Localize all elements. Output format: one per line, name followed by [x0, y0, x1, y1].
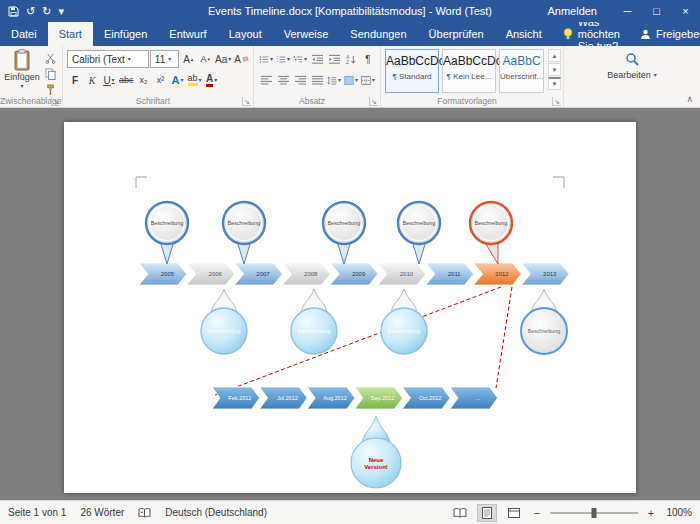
- highlight-button[interactable]: ab▾: [187, 72, 203, 89]
- page-indicator[interactable]: Seite 1 von 1: [8, 507, 66, 518]
- read-mode-button[interactable]: [450, 504, 470, 522]
- drop-marker[interactable]: Beschreibung: [381, 289, 427, 354]
- style-card-no-spacing[interactable]: AaBbCcDc ¶ Kein Lee...: [442, 49, 496, 93]
- save-icon[interactable]: [8, 6, 19, 17]
- bullets-button[interactable]: ▾: [258, 51, 274, 68]
- format-painter-button[interactable]: [42, 83, 58, 97]
- font-name-select[interactable]: Calibri (Text ▾: [67, 50, 149, 68]
- timeline-year-2011[interactable]: 2011: [426, 263, 474, 285]
- font-color-button[interactable]: A▾: [204, 72, 220, 89]
- grow-font-button[interactable]: A▴: [180, 51, 196, 68]
- timeline-year-2013[interactable]: 2013: [521, 263, 569, 285]
- styles-scroll-down-button[interactable]: ▾: [548, 63, 561, 76]
- strikethrough-button[interactable]: abc: [118, 72, 135, 89]
- balloon-marker[interactable]: Beschreibung: [398, 202, 440, 264]
- text-effects-button[interactable]: A▾: [170, 72, 186, 89]
- line-spacing-button[interactable]: ▾: [326, 72, 342, 89]
- minimize-button[interactable]: ─: [613, 0, 642, 22]
- timeline-year-2009[interactable]: 2009: [330, 263, 378, 285]
- balloon-marker[interactable]: Beschreibung: [323, 202, 365, 264]
- shading-button[interactable]: ▾: [343, 72, 359, 89]
- justify-button[interactable]: [309, 72, 325, 89]
- zoom-level[interactable]: 100%: [664, 507, 692, 518]
- zoom-out-button[interactable]: −: [531, 507, 543, 519]
- align-right-button[interactable]: [292, 72, 308, 89]
- sign-in-link[interactable]: Anmelden: [547, 5, 597, 17]
- copy-button[interactable]: [42, 67, 58, 81]
- align-left-button[interactable]: [258, 72, 274, 89]
- close-button[interactable]: ×: [671, 0, 700, 22]
- zoom-slider[interactable]: [550, 512, 638, 514]
- drop-marker[interactable]: Beschreibung: [201, 289, 247, 354]
- timeline-year-2005[interactable]: 2005: [139, 263, 187, 285]
- timeline-year-2012[interactable]: 2012: [474, 263, 522, 285]
- align-center-button[interactable]: [275, 72, 291, 89]
- drop-marker[interactable]: Beschreibung: [291, 289, 337, 354]
- paragraph-dialog-launcher-icon[interactable]: ↘: [369, 97, 378, 106]
- italic-button[interactable]: K: [84, 72, 100, 89]
- web-layout-button[interactable]: [504, 504, 524, 522]
- multilevel-list-button[interactable]: ▾: [292, 51, 308, 68]
- document-page[interactable]: 200520062007200820092010201120122013Besc…: [64, 122, 636, 493]
- change-case-button[interactable]: Aa▾: [214, 51, 232, 68]
- font-size-select[interactable]: 11 ▾: [150, 50, 179, 68]
- underline-button[interactable]: U▾: [101, 72, 117, 89]
- undo-icon[interactable]: ↺: [26, 6, 35, 17]
- ribbon-tab-uberprufen[interactable]: Überprüfen: [418, 22, 495, 46]
- share-button[interactable]: Freigeben: [630, 22, 700, 46]
- ribbon-tab-start[interactable]: Start: [48, 22, 93, 46]
- word-count[interactable]: 26 Wörter: [80, 507, 124, 518]
- clipboard-dialog-launcher-icon[interactable]: ↘: [51, 97, 60, 106]
- collapse-ribbon-button[interactable]: ∧: [686, 94, 693, 104]
- numbering-button[interactable]: ▾: [275, 51, 291, 68]
- sub-timeline-more[interactable]: ...: [450, 387, 498, 409]
- balloon-marker[interactable]: Beschreibung: [223, 202, 265, 264]
- timeline-year-2008[interactable]: 2008: [282, 263, 330, 285]
- document-area[interactable]: 200520062007200820092010201120122013Besc…: [0, 108, 700, 500]
- cut-button[interactable]: [42, 51, 58, 65]
- balloon-marker[interactable]: Beschreibung: [470, 202, 512, 264]
- increase-indent-button[interactable]: [326, 51, 342, 68]
- borders-button[interactable]: ▾: [360, 72, 376, 89]
- ribbon-tab-einfugen[interactable]: Einfügen: [93, 22, 158, 46]
- sub-timeline-Aug2012[interactable]: Aug.2012: [307, 387, 355, 409]
- maximize-button[interactable]: □: [642, 0, 671, 22]
- print-layout-button[interactable]: [477, 504, 497, 522]
- font-dialog-launcher-icon[interactable]: ↘: [242, 97, 251, 106]
- language-indicator[interactable]: Deutsch (Deutschland): [165, 507, 267, 518]
- bold-button[interactable]: F: [67, 72, 83, 89]
- sub-timeline-Sep2012[interactable]: Sep.2012: [355, 387, 403, 409]
- ribbon-tab-layout[interactable]: Layout: [218, 22, 273, 46]
- ribbon-tab-sendungen[interactable]: Sendungen: [339, 22, 417, 46]
- subscript-button[interactable]: x₂: [136, 72, 152, 89]
- drop-marker[interactable]: Beschreibung: [521, 289, 567, 354]
- sort-button[interactable]: AZ: [343, 51, 359, 68]
- ribbon-tab-datei[interactable]: Datei: [0, 22, 48, 46]
- clear-formatting-button[interactable]: A: [233, 51, 249, 68]
- ribbon-tab-ansicht[interactable]: Ansicht: [495, 22, 553, 46]
- release-drop[interactable]: NeueVersion!: [351, 416, 401, 488]
- ribbon-tab-entwurf[interactable]: Entwurf: [158, 22, 217, 46]
- decrease-indent-button[interactable]: [309, 51, 325, 68]
- sub-timeline-Oct2012[interactable]: Oct.2012: [402, 387, 450, 409]
- timeline-year-2007[interactable]: 2007: [235, 263, 283, 285]
- zoom-in-button[interactable]: +: [645, 507, 657, 519]
- sub-timeline-Feb2012[interactable]: Feb.2012: [212, 387, 260, 409]
- timeline-year-2010[interactable]: 2010: [378, 263, 426, 285]
- show-formatting-marks-button[interactable]: ¶: [360, 51, 376, 68]
- styles-dialog-launcher-icon[interactable]: ↘: [552, 97, 561, 106]
- timeline-year-2006[interactable]: 2006: [187, 263, 235, 285]
- redo-icon[interactable]: ↻: [42, 6, 51, 17]
- sub-timeline-Jul2012[interactable]: Jul.2012: [260, 387, 308, 409]
- shrink-font-button[interactable]: A▾: [197, 51, 213, 68]
- qat-customize-icon[interactable]: ▾: [58, 6, 64, 17]
- superscript-button[interactable]: x²: [153, 72, 169, 89]
- style-card-standard[interactable]: AaBbCcDc ¶ Standard: [385, 49, 439, 93]
- style-card-heading1[interactable]: AaBbC Überschrif...: [499, 49, 544, 93]
- proofing-status[interactable]: [138, 508, 151, 518]
- zoom-slider-thumb[interactable]: [592, 508, 597, 518]
- styles-more-button[interactable]: ▾: [548, 77, 561, 90]
- tell-me-box[interactable]: Was möchten Sie tun?: [553, 22, 630, 46]
- styles-scroll-up-button[interactable]: ▴: [548, 49, 561, 62]
- balloon-marker[interactable]: Beschreibung: [146, 202, 188, 264]
